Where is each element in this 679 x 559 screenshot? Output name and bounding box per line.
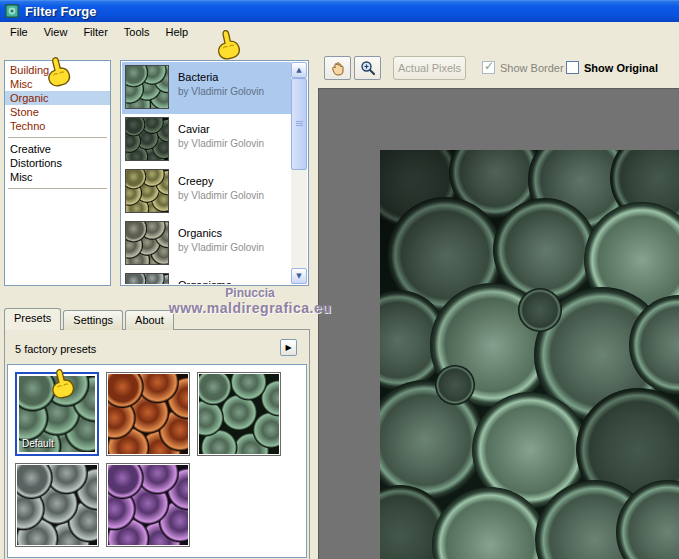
preset-item-3[interactable] <box>197 372 281 456</box>
category-item-building[interactable]: Building <box>5 63 110 77</box>
category-item-distortions[interactable]: Distortions <box>5 156 110 170</box>
titlebar[interactable]: Filter Forge <box>0 0 679 22</box>
actual-pixels-button[interactable]: Actual Pixels <box>393 56 466 80</box>
preset-item-default[interactable]: Default <box>15 372 99 456</box>
category-item-stone[interactable]: Stone <box>5 105 110 119</box>
window-title: Filter Forge <box>25 4 97 19</box>
tab-about[interactable]: About <box>125 310 174 330</box>
zoom-tool-button[interactable] <box>354 56 381 80</box>
filter-item-organismo[interactable]: Organismo <box>122 270 292 284</box>
category-list: Building Misc Organic Stone Techno Creat… <box>4 60 111 286</box>
category-divider <box>8 188 107 189</box>
filter-thumbnail <box>125 273 169 284</box>
presets-count-label: 5 factory presets <box>15 343 96 355</box>
menu-help[interactable]: Help <box>158 24 197 40</box>
menu-file[interactable]: File <box>2 24 36 40</box>
show-border-checkbox[interactable]: ✓ Show Border <box>482 61 564 74</box>
preset-thumbnail <box>108 374 188 454</box>
preset-grid: Default <box>7 364 307 558</box>
filter-author: by Vladimir Golovin <box>178 242 264 253</box>
filter-item-caviar[interactable]: Caviar by Vladimir Golovin <box>122 114 292 166</box>
preset-item-4[interactable] <box>15 463 99 547</box>
preset-thumbnail <box>108 465 188 545</box>
filter-item-bacteria[interactable]: Bacteria by Vladimir Golovin <box>122 62 292 114</box>
presets-panel: 5 factory presets ▶ Default <box>4 329 310 559</box>
filter-item-text: Organismo <box>178 273 232 284</box>
preset-item-2[interactable] <box>106 372 190 456</box>
filter-thumbnail <box>125 117 169 161</box>
category-item-misc[interactable]: Misc <box>5 77 110 91</box>
tab-strip: Presets Settings About <box>4 308 176 330</box>
checkbox-box[interactable] <box>566 61 579 74</box>
filter-thumbnail <box>125 169 169 213</box>
preset-label: Default <box>22 438 54 449</box>
zoom-plus-icon <box>360 60 376 76</box>
scroll-up-button[interactable]: ▲ <box>291 62 307 78</box>
checkbox-box[interactable]: ✓ <box>482 61 495 74</box>
show-border-label: Show Border <box>500 62 564 74</box>
preset-thumbnail <box>199 374 279 454</box>
scroll-down-button[interactable]: ▼ <box>291 268 307 284</box>
filter-author: by Vladimir Golovin <box>178 86 264 97</box>
filter-item-creepy[interactable]: Creepy by Vladimir Golovin <box>122 166 292 218</box>
tab-settings[interactable]: Settings <box>63 310 123 330</box>
show-original-checkbox[interactable]: Show Original <box>566 61 658 74</box>
filter-name: Organics <box>178 227 264 239</box>
filter-items: Bacteria by Vladimir Golovin Caviar by V… <box>122 62 292 284</box>
filter-thumbnail <box>125 65 169 109</box>
filter-item-text: Bacteria by Vladimir Golovin <box>178 65 264 111</box>
category-item-creative[interactable]: Creative <box>5 142 110 156</box>
category-item-organic[interactable]: Organic <box>5 91 110 105</box>
menu-tools[interactable]: Tools <box>116 24 158 40</box>
filter-name: Organismo <box>178 279 232 284</box>
app-icon <box>4 3 20 19</box>
menu-view[interactable]: View <box>36 24 76 40</box>
menu-filter[interactable]: Filter <box>75 24 115 40</box>
scrollbar-thumb[interactable] <box>291 78 307 170</box>
category-divider <box>8 137 107 138</box>
filter-forge-window: Filter Forge File View Filter Tools Help… <box>0 0 679 559</box>
filter-list-scrollbar[interactable]: ▲ ▼ <box>291 62 307 284</box>
right-arrow-icon: ▶ <box>285 343 291 352</box>
filter-name: Caviar <box>178 123 264 135</box>
category-item-misc2[interactable]: Misc <box>5 170 110 184</box>
show-original-label: Show Original <box>584 62 658 74</box>
filter-list: Bacteria by Vladimir Golovin Caviar by V… <box>120 60 309 286</box>
filter-item-organics[interactable]: Organics by Vladimir Golovin <box>122 218 292 270</box>
menu-bar: File View Filter Tools Help <box>0 22 679 42</box>
filter-name: Creepy <box>178 175 264 187</box>
tab-presets[interactable]: Presets <box>4 308 61 330</box>
preset-thumbnail <box>17 465 97 545</box>
filter-item-text: Creepy by Vladimir Golovin <box>178 169 264 215</box>
hand-tool-button[interactable] <box>324 56 351 80</box>
hand-icon <box>329 61 346 76</box>
checkmark-icon: ✓ <box>484 59 494 73</box>
preset-item-5[interactable] <box>106 463 190 547</box>
filter-author: by Vladimir Golovin <box>178 190 264 201</box>
filter-item-text: Organics by Vladimir Golovin <box>178 221 264 267</box>
filter-item-text: Caviar by Vladimir Golovin <box>178 117 264 163</box>
preview-pane[interactable] <box>318 88 679 559</box>
filter-author: by Vladimir Golovin <box>178 138 264 149</box>
filter-thumbnail <box>125 221 169 265</box>
filter-name: Bacteria <box>178 71 264 83</box>
presets-expand-button[interactable]: ▶ <box>280 339 297 356</box>
category-item-techno[interactable]: Techno <box>5 119 110 133</box>
rendered-filter-image <box>380 150 679 559</box>
